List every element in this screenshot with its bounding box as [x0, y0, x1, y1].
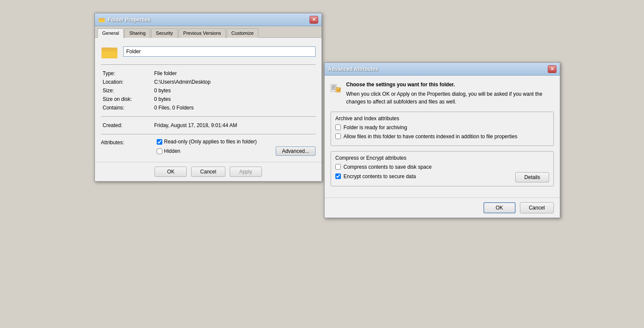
svg-rect-8: [332, 87, 336, 87]
hidden-checkbox[interactable]: [157, 149, 162, 154]
folder-icon-large: [101, 44, 118, 59]
readonly-label[interactable]: Read-only (Only applies to files in fold…: [157, 139, 316, 145]
divider-2: [101, 116, 316, 117]
adv-description: Choose the settings you want for this fo…: [346, 82, 554, 106]
readonly-text: Read-only (Only applies to files in fold…: [164, 139, 257, 145]
encrypt-checkbox[interactable]: [335, 173, 341, 179]
table-row: Created: Friday, August 17, 2018, 9:01:4…: [101, 121, 316, 130]
attributes-row: Attributes: Read-only (Only applies to f…: [101, 139, 316, 156]
prop-value-created: Friday, August 17, 2018, 9:01:44 AM: [152, 121, 316, 130]
archive-index-section: Archive and Index attributes Folder is r…: [331, 112, 554, 146]
svg-rect-11: [336, 88, 340, 92]
table-row: Contains: 0 Files, 0 Folders: [101, 103, 316, 112]
hidden-label[interactable]: Hidden: [157, 148, 180, 154]
adv-attrs-title: Advanced Attributes: [328, 66, 378, 72]
table-row: Size on disk: 0 bytes: [101, 95, 316, 103]
indexing-label: Allow files in this folder to have conte…: [343, 133, 517, 140]
ok-button[interactable]: OK: [155, 167, 187, 177]
tab-bar: General Sharing Security Previous Versio…: [95, 26, 322, 38]
encrypt-details-row: Encrypt contents to secure data Details: [335, 172, 549, 182]
details-button[interactable]: Details: [515, 172, 549, 182]
archive-index-title: Archive and Index attributes: [335, 115, 549, 121]
folder-name-input[interactable]: [123, 46, 316, 57]
adv-ok-button[interactable]: OK: [483, 202, 516, 213]
tab-previous-versions[interactable]: Previous Versions: [179, 28, 226, 38]
titlebar-folder-icon: [98, 16, 105, 23]
folder-props-titlebar: Folder Properties ✕: [95, 13, 322, 26]
prop-value-contains: 0 Files, 0 Folders: [152, 103, 316, 112]
prop-value-type: File folder: [152, 69, 316, 78]
divider-3: [101, 134, 316, 134]
compress-checkbox[interactable]: [335, 164, 341, 170]
attributes-label: Attributes:: [101, 139, 152, 146]
encrypt-label: Encrypt contents to secure data: [343, 173, 416, 180]
apply-button[interactable]: Apply: [230, 167, 262, 177]
prop-value-size: 0 bytes: [152, 86, 316, 95]
table-row: Size: 0 bytes: [101, 86, 316, 95]
folder-props-close-btn[interactable]: ✕: [310, 16, 318, 24]
svg-rect-5: [102, 50, 118, 52]
archiving-checkbox[interactable]: [335, 125, 341, 130]
adv-titlebar-left: Advanced Attributes: [328, 66, 378, 72]
adv-cancel-button[interactable]: Cancel: [520, 202, 554, 213]
adv-desc-title: Choose the settings you want for this fo…: [346, 82, 554, 88]
svg-rect-2: [99, 19, 105, 20]
created-table: Created: Friday, August 17, 2018, 9:01:4…: [101, 121, 316, 130]
prop-label-created: Created:: [101, 121, 152, 130]
svg-rect-7: [332, 85, 336, 86]
divider-1: [101, 64, 316, 65]
advanced-button[interactable]: Advanced...: [276, 146, 316, 156]
compress-encrypt-title: Compress or Encrypt attributes: [335, 155, 549, 161]
prop-label-size: Size:: [101, 86, 152, 95]
folder-props-content: Type: File folder Location: C:\Users\Adm…: [95, 38, 322, 162]
table-row: Type: File folder: [101, 69, 316, 78]
readonly-row: Read-only (Only applies to files in fold…: [157, 139, 316, 145]
archiving-label: Folder is ready for archiving: [343, 124, 407, 131]
prop-value-sizeondisk: 0 bytes: [152, 95, 316, 103]
tab-general[interactable]: General: [97, 28, 124, 38]
advanced-attributes-window: Advanced Attributes ✕ Choose the setting…: [324, 62, 560, 218]
tab-security[interactable]: Security: [151, 28, 178, 38]
prop-value-location: C:\Users\Admin\Desktop: [152, 78, 316, 86]
properties-table: Type: File folder Location: C:\Users\Adm…: [101, 69, 316, 112]
prop-label-sizeondisk: Size on disk:: [101, 95, 152, 103]
adv-bottom-buttons: OK Cancel: [325, 197, 560, 218]
prop-label-contains: Contains:: [101, 103, 152, 112]
cancel-button[interactable]: Cancel: [191, 167, 225, 177]
folder-props-title: Folder Properties: [108, 17, 150, 23]
hidden-advanced-row: Hidden Advanced...: [157, 146, 316, 156]
encrypt-row: Encrypt contents to secure data: [335, 173, 511, 180]
folder-header: [101, 44, 316, 59]
adv-attrs-titlebar: Advanced Attributes ✕: [325, 63, 560, 76]
tab-customize[interactable]: Customize: [227, 28, 258, 38]
indexing-checkbox[interactable]: [335, 134, 341, 139]
folder-props-bottom-buttons: OK Cancel Apply: [95, 162, 322, 181]
compress-row: Compress contents to save disk space: [335, 164, 549, 171]
prop-label-type: Type:: [101, 69, 152, 78]
adv-attrs-close-btn[interactable]: ✕: [548, 65, 556, 73]
adv-header: Choose the settings you want for this fo…: [331, 82, 554, 106]
folder-properties-window: Folder Properties ✕ General Sharing Secu…: [94, 13, 322, 182]
hidden-text: Hidden: [164, 148, 180, 154]
adv-attrs-content: Choose the settings you want for this fo…: [325, 76, 560, 197]
titlebar-left: Folder Properties: [98, 16, 150, 23]
table-row: Location: C:\Users\Admin\Desktop: [101, 78, 316, 86]
readonly-checkbox[interactable]: [157, 139, 162, 145]
attributes-icon: [331, 82, 341, 97]
compress-label: Compress contents to save disk space: [343, 164, 431, 171]
attributes-controls: Read-only (Only applies to files in fold…: [157, 139, 316, 156]
svg-rect-4: [102, 48, 108, 50]
adv-desc-body: When you click OK or Apply on the Proper…: [346, 90, 554, 106]
svg-rect-10: [332, 89, 335, 89]
svg-rect-9: [332, 88, 335, 88]
indexing-row: Allow files in this folder to have conte…: [335, 133, 549, 140]
compress-encrypt-section: Compress or Encrypt attributes Compress …: [331, 151, 554, 187]
prop-label-location: Location:: [101, 78, 152, 86]
archiving-row: Folder is ready for archiving: [335, 124, 549, 131]
tab-sharing[interactable]: Sharing: [125, 28, 150, 38]
